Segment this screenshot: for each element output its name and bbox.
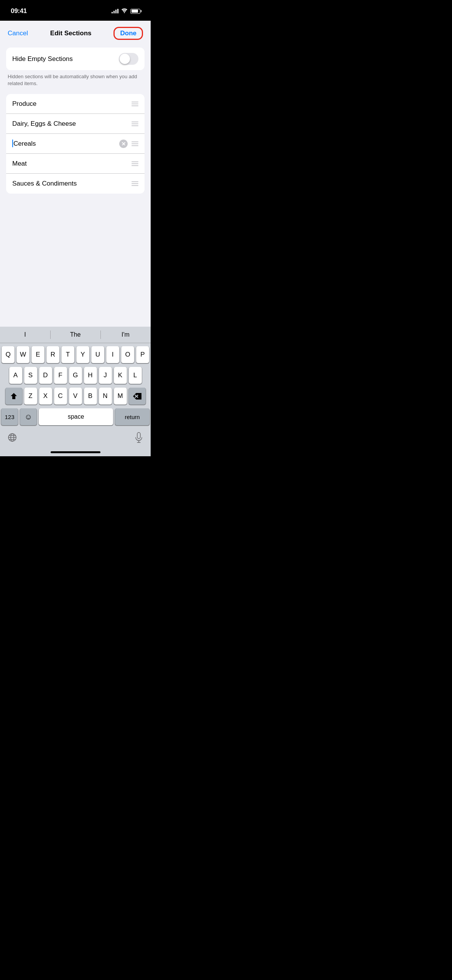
nav-bar: Cancel Edit Sections Done <box>0 21 151 44</box>
wifi-icon <box>121 8 128 14</box>
section-name: Dairy, Eggs & Cheese <box>12 120 131 128</box>
list-item[interactable]: Sauces & Condiments <box>6 174 145 194</box>
done-button[interactable]: Done <box>113 27 143 40</box>
svg-rect-6 <box>137 432 140 439</box>
section-name-editing: Cereals <box>12 140 119 148</box>
key-o[interactable]: O <box>121 346 134 363</box>
toggle-hint: Hidden sections will be automatically sh… <box>6 73 145 87</box>
key-j[interactable]: J <box>99 367 112 384</box>
toggle-knob <box>120 54 130 64</box>
key-e[interactable]: E <box>31 346 44 363</box>
key-c[interactable]: C <box>54 388 67 404</box>
battery-icon <box>130 9 141 14</box>
autocomplete-suggestion[interactable]: I'm <box>100 330 151 340</box>
drag-handle[interactable] <box>131 141 138 146</box>
key-g[interactable]: G <box>69 367 82 384</box>
keyboard: Q W E R T Y U I O P A S D F G H J K L <box>0 343 151 428</box>
hide-empty-toggle-row: Hide Empty Sections <box>6 48 145 70</box>
main-content: Cancel Edit Sections Done Hide Empty Sec… <box>0 21 151 327</box>
key-b[interactable]: B <box>84 388 97 404</box>
key-w[interactable]: W <box>16 346 30 363</box>
drag-handle[interactable] <box>131 102 138 106</box>
keyboard-row-2: A S D F G H J K L <box>1 367 150 384</box>
keyboard-row-3: Z X C V B N M <box>1 388 150 404</box>
key-h[interactable]: H <box>84 367 97 384</box>
shift-key[interactable] <box>5 388 22 404</box>
globe-icon[interactable] <box>8 433 17 444</box>
key-l[interactable]: L <box>129 367 142 384</box>
drag-handle[interactable] <box>131 122 138 126</box>
list-item[interactable]: Produce <box>6 94 145 114</box>
key-p[interactable]: P <box>136 346 149 363</box>
numbers-key[interactable]: 123 <box>1 408 18 425</box>
toggle-label: Hide Empty Sections <box>12 55 73 63</box>
text-cursor <box>12 140 13 147</box>
key-v[interactable]: V <box>69 388 82 404</box>
key-a[interactable]: A <box>9 367 22 384</box>
keyboard-row-bottom: 123 ☺ space return <box>1 408 150 425</box>
keyboard-bottom-bar <box>0 428 151 451</box>
list-item[interactable]: Dairy, Eggs & Cheese <box>6 114 145 134</box>
key-s[interactable]: S <box>24 367 37 384</box>
autocomplete-suggestion[interactable]: The <box>50 330 100 340</box>
key-x[interactable]: X <box>39 388 52 404</box>
list-item[interactable]: Cereals <box>6 134 145 154</box>
key-q[interactable]: Q <box>2 346 15 363</box>
emoji-key[interactable]: ☺ <box>20 408 37 425</box>
signal-icon <box>112 9 118 13</box>
section-name: Produce <box>12 100 131 108</box>
sections-list: Produce Dairy, Eggs & Cheese Cereals <box>6 94 145 194</box>
return-key[interactable]: return <box>115 408 150 425</box>
page-title: Edit Sections <box>50 30 92 37</box>
drag-handle[interactable] <box>131 181 138 186</box>
cancel-button[interactable]: Cancel <box>8 30 28 37</box>
keyboard-row-1: Q W E R T Y U I O P <box>1 346 150 363</box>
status-bar: 09:41 <box>0 0 151 21</box>
key-f[interactable]: F <box>54 367 67 384</box>
hide-empty-toggle[interactable] <box>119 53 138 65</box>
key-y[interactable]: Y <box>76 346 89 363</box>
space-key[interactable]: space <box>39 408 113 425</box>
key-d[interactable]: D <box>39 367 52 384</box>
key-t[interactable]: T <box>61 346 74 363</box>
key-n[interactable]: N <box>99 388 112 404</box>
clear-button[interactable] <box>119 140 128 148</box>
home-bar <box>51 451 100 453</box>
key-i[interactable]: I <box>106 346 119 363</box>
microphone-icon[interactable] <box>135 432 143 445</box>
section-name: Sauces & Condiments <box>12 180 131 187</box>
svg-point-0 <box>124 12 125 13</box>
section-name: Meat <box>12 160 131 168</box>
status-time: 09:41 <box>11 7 27 15</box>
key-u[interactable]: U <box>91 346 104 363</box>
autocomplete-bar: I The I'm <box>0 327 151 343</box>
key-r[interactable]: R <box>46 346 59 363</box>
key-m[interactable]: M <box>114 388 127 404</box>
backspace-key[interactable] <box>129 388 146 404</box>
home-indicator <box>0 451 151 456</box>
drag-handle[interactable] <box>131 161 138 166</box>
key-k[interactable]: K <box>114 367 127 384</box>
autocomplete-suggestion[interactable]: I <box>0 330 50 340</box>
status-icons <box>112 8 141 14</box>
key-z[interactable]: Z <box>24 388 37 404</box>
list-item[interactable]: Meat <box>6 154 145 174</box>
